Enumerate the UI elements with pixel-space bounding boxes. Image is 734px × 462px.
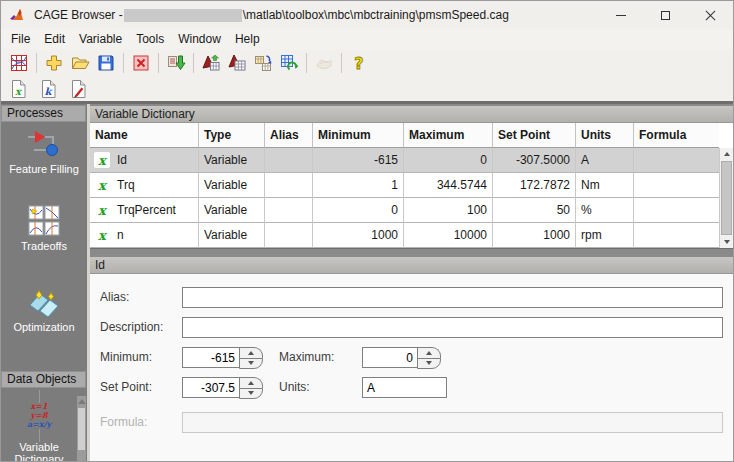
column-header-minimum[interactable]: Minimum — [313, 123, 404, 148]
description-input[interactable] — [182, 317, 723, 338]
panel-splitter[interactable] — [90, 249, 733, 257]
floppy-disk-icon — [96, 53, 116, 73]
table-row-trqpercent[interactable]: x TrqPercent Variable 0 100 50 % — [90, 198, 719, 223]
cell-units: rpm — [576, 223, 634, 248]
scrollbar-thumb[interactable] — [78, 408, 85, 450]
close-button[interactable] — [688, 1, 733, 29]
table-row-id[interactable]: x Id Variable -615 0 -307.5000 A — [90, 148, 719, 173]
scroll-down-icon[interactable] — [720, 236, 733, 248]
menu-file[interactable]: File — [4, 30, 37, 48]
new-2d-table-button[interactable] — [224, 51, 250, 75]
scroll-up-icon[interactable] — [720, 148, 733, 160]
sidebar-item-tradeoffs[interactable]: Tradeoffs — [1, 205, 87, 252]
minimize-button[interactable] — [598, 1, 643, 29]
sidebar-scrollbar[interactable] — [77, 396, 86, 461]
alias-input[interactable] — [182, 287, 723, 308]
cell-type: Variable — [199, 198, 265, 223]
toolbar-separator — [36, 53, 37, 73]
help-button[interactable]: ? — [346, 51, 372, 75]
new-variable-doc-icon: x — [9, 79, 27, 99]
new-constant-button[interactable]: k — [36, 78, 60, 100]
title-prefix: CAGE Browser - — [34, 8, 123, 22]
cage-browser-window: CAGE Browser - \matlab\toolbox\mbc\mbctr… — [0, 0, 734, 462]
set-point-input[interactable] — [182, 377, 240, 398]
minimum-input[interactable] — [182, 347, 240, 368]
detail-panel-header: Id — [90, 257, 733, 274]
column-header-maximum[interactable]: Maximum — [404, 123, 493, 148]
save-button[interactable] — [93, 51, 119, 75]
new-feature-button[interactable] — [198, 51, 224, 75]
maximum-input[interactable] — [362, 347, 418, 368]
variable-icon: x — [94, 227, 110, 243]
red-x-icon — [131, 53, 151, 73]
table-row-trq[interactable]: x Trq Variable 1 344.5744 172.7872 Nm — [90, 173, 719, 198]
menu-window[interactable]: Window — [171, 30, 228, 48]
calibration-manager-button[interactable] — [250, 51, 276, 75]
cell-type: Variable — [199, 223, 265, 248]
table-scrollbar[interactable] — [719, 148, 733, 248]
variable-x-glyph: x — [98, 229, 106, 242]
cell-alias — [265, 223, 313, 248]
column-header-type[interactable]: Type — [199, 123, 265, 148]
menu-help[interactable]: Help — [228, 30, 267, 48]
sidebar-header-processes[interactable]: Processes — [1, 105, 86, 122]
sidebar-item-label: Feature Filling — [9, 163, 79, 175]
process-sidebar: Processes Feature Filling — [1, 104, 87, 461]
scroll-up-icon[interactable] — [77, 396, 86, 406]
sidebar-header-data-objects[interactable]: Data Objects — [1, 371, 86, 388]
column-header-set-point[interactable]: Set Point — [493, 123, 576, 148]
variable-icon: x — [94, 152, 110, 168]
new-button[interactable] — [41, 51, 67, 75]
variable-x-glyph: x — [98, 179, 106, 192]
import-data-button[interactable] — [163, 51, 189, 75]
table-model-icon — [227, 53, 247, 73]
sidebar-item-label: Optimization — [13, 321, 74, 333]
toolbar-separator — [123, 53, 124, 73]
new-formula-button[interactable] — [66, 78, 90, 100]
cell-type: Variable — [199, 148, 265, 173]
table-row-n[interactable]: x n Variable 1000 10000 1000 rpm — [90, 223, 719, 248]
maximize-button[interactable] — [643, 1, 688, 29]
toolbar-separator — [341, 53, 342, 73]
sidebar-item-optimization[interactable]: Optimization — [1, 288, 87, 333]
variable-table: Name Type Alias Minimum Maximum Set Poin… — [90, 123, 733, 249]
menu-tools[interactable]: Tools — [129, 30, 171, 48]
variable-name: Id — [117, 148, 127, 172]
sidebar-item-feature-filling[interactable]: Feature Filling — [1, 128, 87, 175]
dictionary-toolbar: x k — [1, 77, 733, 101]
new-plus-icon — [44, 53, 64, 73]
spin-up-button[interactable] — [239, 377, 263, 388]
cell-units: Nm — [576, 173, 634, 198]
units-label: Units: — [279, 380, 310, 394]
sidebar-item-label: Tradeoffs — [21, 240, 67, 252]
spin-down-button[interactable] — [239, 388, 263, 400]
new-formula-doc-icon — [69, 79, 87, 99]
spin-up-button[interactable] — [417, 347, 441, 358]
delete-button[interactable] — [128, 51, 154, 75]
cell-minimum: 1000 — [313, 223, 404, 248]
table-refresh-icon — [279, 53, 299, 73]
column-header-name[interactable]: Name — [90, 123, 199, 148]
spin-down-button[interactable] — [239, 358, 263, 370]
cell-name: x TrqPercent — [90, 198, 199, 223]
cage-button[interactable] — [6, 51, 32, 75]
optimization-icon — [1, 288, 87, 318]
open-button[interactable] — [67, 51, 93, 75]
menu-edit[interactable]: Edit — [37, 30, 72, 48]
spin-down-button[interactable] — [417, 358, 441, 370]
feature-model-icon — [201, 53, 221, 73]
set-point-label: Set Point: — [100, 380, 152, 394]
column-header-formula[interactable]: Formula — [634, 123, 719, 148]
menu-variable[interactable]: Variable — [72, 30, 129, 48]
spin-up-button[interactable] — [239, 347, 263, 358]
update-tables-button[interactable] — [276, 51, 302, 75]
new-variable-button[interactable]: x — [6, 78, 30, 100]
scrollbar-thumb[interactable] — [721, 161, 732, 235]
column-header-units[interactable]: Units — [576, 123, 634, 148]
units-input[interactable] — [362, 377, 447, 398]
cell-name: x Trq — [90, 173, 199, 198]
sidebar-item-variable-dictionary[interactable]: x=1 y=8 a=x/y Variable Dictionary — [1, 390, 77, 462]
maximize-icon — [661, 11, 670, 20]
set-point-stepper — [239, 377, 263, 399]
column-header-alias[interactable]: Alias — [265, 123, 313, 148]
